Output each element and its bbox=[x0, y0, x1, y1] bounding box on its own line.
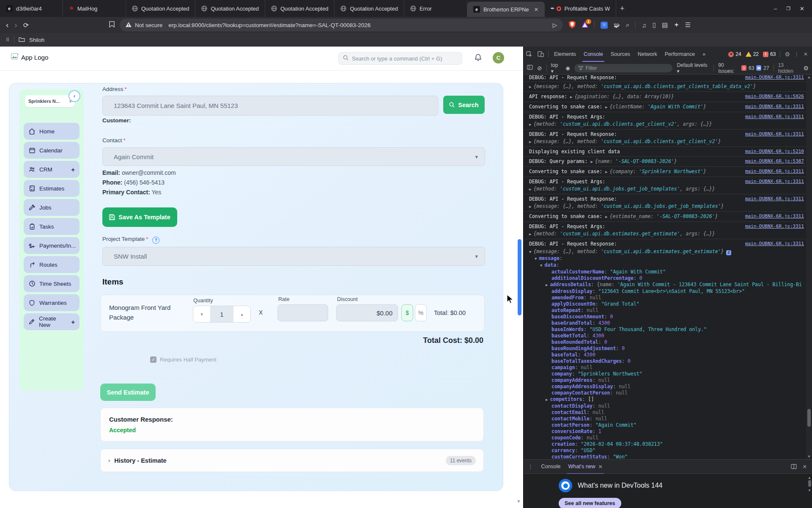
sidebar-item-create-new[interactable]: Create New+ bbox=[24, 313, 80, 330]
search-address-button[interactable]: Search bbox=[443, 96, 485, 114]
global-search-input[interactable]: Search or type a command (Ctrl + G) bbox=[338, 52, 462, 65]
tree-row[interactable]: baseGrandTotal: 4300 bbox=[529, 320, 812, 326]
expand-arrow-icon[interactable]: ▶ bbox=[605, 215, 607, 219]
expand-arrow-icon[interactable]: ▶ bbox=[529, 140, 531, 144]
context-selector[interactable]: top ▾ bbox=[551, 62, 562, 74]
console-log-row[interactable]: ▶{message: {…}, method: 'custom_ui.api.d… bbox=[524, 81, 812, 91]
error-count-badge[interactable]: ✕ 24 bbox=[728, 51, 741, 57]
expand-arrow-icon[interactable]: ▶ bbox=[570, 95, 572, 99]
tree-row[interactable]: ▼message: bbox=[529, 255, 812, 262]
source-link[interactable]: main-DUBNX-6R.js:3311 bbox=[745, 168, 804, 174]
media-icon[interactable]: ♫ bbox=[642, 22, 646, 29]
tree-row[interactable]: conversionRate: 1 bbox=[529, 428, 812, 435]
plus-icon[interactable]: + bbox=[71, 166, 75, 173]
tree-row[interactable]: amendedFrom: null bbox=[529, 295, 812, 301]
sidebar-item-crm[interactable]: CRM+ bbox=[24, 161, 80, 178]
collapse-arrow-icon[interactable]: ▼ bbox=[540, 263, 542, 268]
half-payment-checkbox[interactable]: ✓ bbox=[150, 356, 156, 363]
tree-row[interactable]: ▶competitors: [] bbox=[529, 396, 812, 403]
expand-arrow-icon[interactable]: ▶ bbox=[529, 187, 531, 191]
tree-row[interactable]: actualCustomerName: "Again With Commit" bbox=[529, 269, 812, 275]
more-tabs-button[interactable]: » bbox=[699, 47, 709, 62]
leo-ai-icon[interactable]: ✦ bbox=[674, 21, 679, 29]
window-close-button[interactable]: ✕ bbox=[800, 6, 804, 12]
browser-tab[interactable]: ✒Profitable Casts W bbox=[545, 0, 617, 17]
expand-arrow-icon[interactable]: ▶ bbox=[546, 398, 548, 402]
sidebar-item-estimates[interactable]: Estimates bbox=[24, 180, 80, 197]
help-icon[interactable]: ? bbox=[152, 237, 159, 244]
tree-row[interactable]: baseInWords: "USD Four Thousand, Three H… bbox=[529, 326, 812, 333]
tree-row[interactable]: creation: "2026-02-04 08:37:48.038213" bbox=[529, 441, 812, 447]
issues-toolbar-badge[interactable]: 90 Issues: !63 ✉27 bbox=[718, 62, 769, 74]
brave-shield-icon[interactable] bbox=[569, 21, 576, 30]
devtools-menu-icon[interactable]: ⋮ bbox=[794, 51, 799, 57]
sidebar-item-time-sheets[interactable]: Time Sheets bbox=[24, 275, 80, 292]
devtools-tab-elements[interactable]: Elements bbox=[550, 47, 580, 62]
source-link[interactable]: main-DUBNX-6R.js:3311 bbox=[745, 213, 804, 219]
browser-tab[interactable]: eBrotherton ERPNe✕ bbox=[467, 2, 545, 17]
console-log-row[interactable]: DEBUG: API - Request Args:▶{method: 'cus… bbox=[524, 112, 812, 129]
console-log-row[interactable]: Converting to snake case: ▶{estimate_nam… bbox=[524, 211, 812, 221]
devtools-tab-console[interactable]: Console bbox=[580, 47, 607, 62]
tree-row[interactable]: couponCode: null bbox=[529, 435, 812, 441]
close-icon[interactable]: ✕ bbox=[598, 464, 603, 470]
save-as-template-button[interactable]: Save As Template bbox=[102, 207, 177, 227]
source-link[interactable]: main-DUBNX-6R.js:5210 bbox=[745, 149, 804, 155]
source-link[interactable]: main-DUBNX-6R.js:5387 bbox=[745, 158, 804, 164]
password-manager-icon[interactable]: ⚿ bbox=[601, 22, 608, 29]
apps-grid-icon[interactable]: ⠿ bbox=[6, 37, 10, 43]
sidebar-item-calendar[interactable]: Calendar bbox=[24, 142, 80, 159]
console-log-row[interactable]: DEBUG: API - Request Response:▶{message:… bbox=[524, 194, 812, 211]
clear-console-icon[interactable]: ⊘ bbox=[537, 65, 542, 72]
tree-row[interactable]: baseTotal: 4300 bbox=[529, 352, 812, 358]
browser-tab[interactable]: Quotation Accepted bbox=[195, 0, 265, 17]
page-scrollbar-down-arrow[interactable]: ▼ bbox=[516, 499, 521, 504]
company-selector[interactable]: Sprinklers N... ▾ bbox=[25, 95, 75, 107]
browser-tab[interactable]: Quotation Accepted bbox=[126, 0, 195, 17]
expand-arrow-icon[interactable]: ▶ bbox=[529, 122, 531, 127]
issues-count-badge[interactable]: ! 63 bbox=[763, 51, 776, 57]
warning-count-badge[interactable]: 22 bbox=[746, 51, 759, 57]
back-button[interactable]: ‹ bbox=[6, 20, 8, 30]
collapse-arrow-icon[interactable]: ▼ bbox=[535, 257, 537, 261]
console-log-row[interactable]: DEBUG: API - Request Response:main-DUBNX… bbox=[524, 75, 812, 81]
plus-icon[interactable]: + bbox=[71, 318, 75, 326]
tree-row[interactable]: ▶addressDetails: {name: 'Again With Comm… bbox=[529, 282, 812, 288]
tree-row[interactable]: contactPerson: "Again Commit" bbox=[529, 422, 812, 428]
browser-tab[interactable]: Quotation Accepted bbox=[335, 0, 404, 17]
menu-icon[interactable]: ☰ bbox=[685, 21, 691, 29]
tree-row[interactable]: additionalDiscountPercentage: 0 bbox=[529, 275, 812, 282]
bookmark-folder-shiloh[interactable]: Shiloh bbox=[29, 37, 44, 43]
info-icon[interactable]: i bbox=[726, 250, 731, 255]
tree-row[interactable]: company: "Sprinklers Northwest" bbox=[529, 371, 812, 377]
devtools-tab-network[interactable]: Network bbox=[634, 47, 661, 62]
sidebar-toggle-icon[interactable]: ▯ bbox=[653, 21, 656, 29]
tree-row[interactable]: ▼data: bbox=[529, 262, 812, 269]
discount-dollar-button[interactable]: $ bbox=[401, 304, 413, 321]
console-settings-icon[interactable]: ⚙ bbox=[803, 65, 809, 72]
sidebar-item-tasks[interactable]: Tasks bbox=[24, 218, 80, 235]
browser-tab[interactable]: Quotation Accepted bbox=[265, 0, 335, 17]
contact-select[interactable]: Again Commit ▾ bbox=[102, 147, 485, 166]
inspect-element-icon[interactable] bbox=[526, 51, 532, 58]
window-maximize-button[interactable]: ❐ bbox=[786, 6, 790, 11]
project-template-select[interactable]: SNW Install ▾ bbox=[102, 247, 485, 266]
forward-button[interactable]: › bbox=[14, 20, 17, 30]
source-link[interactable]: main-DUBNX-6R.js:3311 bbox=[745, 224, 804, 229]
wallet-icon[interactable]: ▤ bbox=[662, 21, 668, 29]
tab-close-icon[interactable]: ✕ bbox=[534, 6, 539, 13]
console-log-row[interactable]: DEBUG: Query params: ▶{name: '-SAL-QT-00… bbox=[524, 156, 812, 166]
collapse-arrow-icon[interactable]: ▼ bbox=[529, 250, 531, 254]
hidden-messages-count[interactable]: 13 hidden bbox=[778, 62, 799, 74]
tree-row[interactable]: contactEmail: null bbox=[529, 409, 812, 416]
expand-arrow-icon[interactable]: ▶ bbox=[605, 105, 607, 109]
send-estimate-button[interactable]: Send Estimate bbox=[100, 384, 156, 401]
sidebar-item-payments-in[interactable]: Payments/In... bbox=[24, 237, 80, 254]
extension-badge-icon[interactable]: 1 bbox=[582, 21, 588, 29]
devtools-settings-icon[interactable]: ⚙ bbox=[785, 51, 790, 58]
tree-row[interactable]: campaign: null bbox=[529, 364, 812, 371]
tree-row[interactable]: baseRoundingAdjustment: 0 bbox=[529, 345, 812, 352]
tree-row[interactable]: addressDisplay: "123643 Commit Lane<br>\… bbox=[529, 288, 812, 295]
notifications-bell-icon[interactable] bbox=[475, 54, 482, 63]
drawer-tab-console[interactable]: Console bbox=[538, 459, 565, 474]
